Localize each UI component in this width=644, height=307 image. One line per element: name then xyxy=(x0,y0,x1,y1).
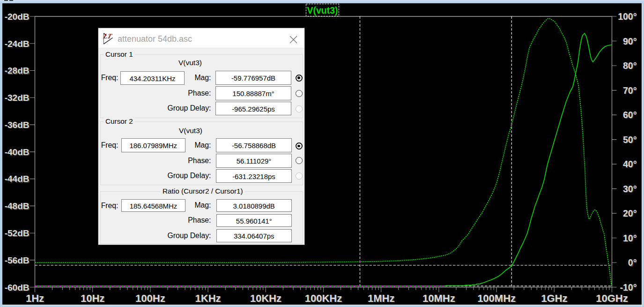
svg-text:-52dB: -52dB xyxy=(5,228,30,238)
svg-text:10MHz: 10MHz xyxy=(422,292,455,304)
svg-text:20°: 20° xyxy=(623,208,637,218)
svg-text:10KHz: 10KHz xyxy=(250,292,281,304)
svg-text:1KHz: 1KHz xyxy=(195,292,221,304)
svg-text:100Hz: 100Hz xyxy=(135,292,165,304)
svg-text:-24dB: -24dB xyxy=(5,39,30,49)
svg-text:1Hz: 1Hz xyxy=(26,292,44,304)
svg-text:-56dB: -56dB xyxy=(5,255,30,265)
svg-text:-10°: -10° xyxy=(620,282,637,292)
svg-text:100°: 100° xyxy=(618,11,637,22)
svg-text:-20dB: -20dB xyxy=(5,12,30,22)
svg-text:10°: 10° xyxy=(623,233,637,243)
svg-text:-44dB: -44dB xyxy=(5,174,30,184)
svg-text:70°: 70° xyxy=(623,85,637,96)
svg-text:0°: 0° xyxy=(628,257,637,268)
svg-text:80°: 80° xyxy=(623,60,637,71)
svg-text:-32dB: -32dB xyxy=(5,93,30,103)
svg-text:100KHz: 100KHz xyxy=(305,292,342,304)
svg-text:50°: 50° xyxy=(623,135,637,145)
svg-text:-60dB: -60dB xyxy=(5,283,30,292)
svg-text:1GHz: 1GHz xyxy=(541,292,567,304)
svg-text:90°: 90° xyxy=(623,36,637,46)
svg-text:100MHz: 100MHz xyxy=(477,292,516,304)
svg-text:30°: 30° xyxy=(623,184,637,194)
svg-text:40°: 40° xyxy=(623,159,637,169)
svg-text:60°: 60° xyxy=(623,110,637,120)
svg-text:1MHz: 1MHz xyxy=(368,292,394,304)
svg-text:10GHz: 10GHz xyxy=(596,292,628,304)
svg-text:-36dB: -36dB xyxy=(5,120,30,130)
svg-text:V(vut3): V(vut3) xyxy=(307,5,338,15)
svg-text:10Hz: 10Hz xyxy=(81,292,104,304)
